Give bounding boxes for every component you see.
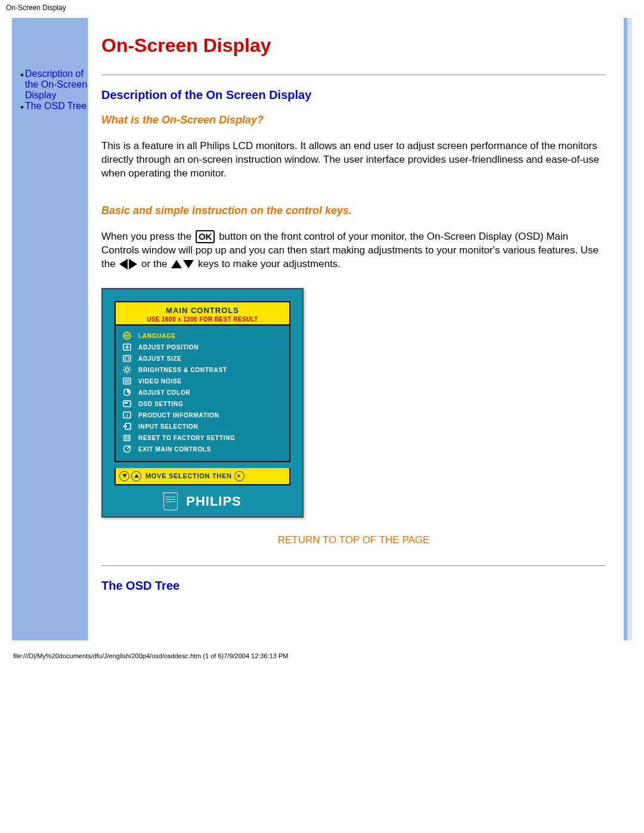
osd-menu-item[interactable]: ADJUST COLOR <box>122 387 283 398</box>
osd-menu-item[interactable]: BRIGHTNESS & CONTRAST <box>122 364 283 376</box>
osd-menu-item[interactable]: ADJUST POSITION <box>122 342 283 353</box>
osd-menu-item-label: VIDEO NOISE <box>138 378 182 385</box>
osd-menu-item[interactable]: INPUT SELECTION <box>122 421 283 432</box>
reset-icon <box>122 433 132 442</box>
info-icon: i <box>122 411 132 419</box>
sidebar-nav: • Description of the On-Screen Display •… <box>12 18 88 640</box>
sun-icon <box>122 366 132 374</box>
osd-menu-item[interactable]: OSD SETTING <box>122 398 283 410</box>
osd-header: MAIN CONTROLS USE 1600 x 1200 FOR BEST R… <box>116 302 289 326</box>
osd-header-title: MAIN CONTROLS <box>116 306 289 315</box>
divider <box>101 565 606 566</box>
osd-menu-item[interactable]: iPRODUCT INFORMATION <box>122 410 283 421</box>
pos-icon <box>122 343 132 351</box>
paragraph-instruction: When you press the OK button on the fron… <box>101 230 606 271</box>
sidebar-link-osd-tree[interactable]: The OSD Tree <box>25 101 86 112</box>
svg-line-9 <box>129 372 131 373</box>
ok-circle-icon: ✕ <box>234 471 244 481</box>
globe-icon <box>122 332 132 340</box>
svg-line-10 <box>124 372 125 373</box>
osd-menu-item-label: INPUT SELECTION <box>138 423 199 430</box>
input-icon <box>122 422 132 431</box>
svg-rect-2 <box>123 355 131 361</box>
up-down-arrows-icon <box>171 260 194 268</box>
page-header-title: On-Screen Display <box>0 0 644 13</box>
main-content: On-Screen Display Description of the On … <box>88 18 624 640</box>
osd-menu-item[interactable]: EXIT MAIN CONTROLS <box>122 444 283 455</box>
section-heading-osd-tree: The OSD Tree <box>101 579 606 593</box>
return-to-top-link[interactable]: RETURN TO TOP OF THE PAGE <box>278 534 430 546</box>
subheading-basic-instruction: Basic and simple instruction on the cont… <box>101 205 606 217</box>
color-icon <box>122 388 132 397</box>
divider <box>101 75 606 75</box>
osd-menu-item-label: ADJUST POSITION <box>138 344 199 351</box>
bullet-icon: • <box>19 70 25 80</box>
osd-menu-item-label: OSD SETTING <box>138 401 183 407</box>
svg-line-11 <box>129 367 131 368</box>
svg-text:i: i <box>126 413 128 418</box>
osd-menu-item-label: PRODUCT INFORMATION <box>138 412 219 419</box>
osd-menu-item[interactable]: RESET TO FACTORY SETTING <box>122 432 283 444</box>
bullet-icon: • <box>19 102 25 113</box>
osd-menu-item-label: ADJUST SIZE <box>138 355 182 362</box>
osd-menu-item[interactable]: VIDEO NOISE <box>122 376 283 387</box>
sidebar-link-description[interactable]: Description of the On-Screen Display <box>25 69 88 101</box>
subheading-what-is-osd: What is the On-Screen Display? <box>101 114 606 126</box>
up-circle-icon <box>131 471 141 481</box>
ok-button-icon: OK <box>196 230 215 243</box>
exit-icon <box>122 445 132 453</box>
svg-rect-15 <box>125 402 128 404</box>
page-title: On-Screen Display <box>101 35 606 57</box>
text-segment: When you press the <box>101 231 194 242</box>
osd-footer-text: MOVE SELECTION THEN <box>145 472 232 479</box>
osd-header-subtitle: USE 1600 x 1200 FOR BEST RESULT <box>116 316 289 323</box>
size-icon <box>122 354 132 363</box>
osd-icon <box>122 400 132 408</box>
return-to-top-link-wrap: RETURN TO TOP OF THE PAGE <box>101 534 606 546</box>
page-frame: • Description of the On-Screen Display •… <box>12 18 632 640</box>
svg-line-8 <box>124 367 125 368</box>
svg-point-3 <box>125 368 129 371</box>
philips-shield-icon <box>163 493 178 510</box>
noise-icon <box>122 377 132 385</box>
sidebar-item-description[interactable]: • Description of the On-Screen Display <box>19 69 88 101</box>
paragraph-description: This is a feature in all Philips LCD mon… <box>101 140 606 181</box>
osd-menu-item-label: EXIT MAIN CONTROLS <box>138 446 211 453</box>
osd-menu-item-label: ADJUST COLOR <box>138 389 190 396</box>
scrollbar-gutter[interactable] <box>627 18 632 640</box>
down-circle-icon <box>119 471 129 481</box>
osd-main-controls-panel: MAIN CONTROLS USE 1600 x 1200 FOR BEST R… <box>101 288 304 518</box>
footer-file-path: file:///D|/My%20documents/dfu/J/english/… <box>0 640 644 669</box>
left-right-arrows-icon <box>119 259 137 270</box>
philips-logo-text: PHILIPS <box>186 494 242 509</box>
text-segment: keys to make your adjustments. <box>198 258 340 270</box>
svg-rect-19 <box>124 435 130 441</box>
sidebar-item-osd-tree[interactable]: • The OSD Tree <box>19 101 88 113</box>
osd-menu-item-label: RESET TO FACTORY SETTING <box>138 435 236 441</box>
osd-menu-item[interactable]: LANGUAGE <box>122 330 283 342</box>
osd-menu-item[interactable]: ADJUST SIZE <box>122 353 283 364</box>
section-heading-description: Description of the On Screen Display <box>101 88 606 102</box>
osd-menu-item-label: BRIGHTNESS & CONTRAST <box>138 367 227 373</box>
osd-footer-strip: MOVE SELECTION THEN ✕ <box>114 468 290 485</box>
text-segment: or the <box>141 258 170 270</box>
osd-brand-row: PHILIPS <box>103 485 302 516</box>
osd-menu-list: LANGUAGEADJUST POSITIONADJUST SIZEBRIGHT… <box>116 326 289 461</box>
osd-menu-item-label: LANGUAGE <box>138 333 176 339</box>
